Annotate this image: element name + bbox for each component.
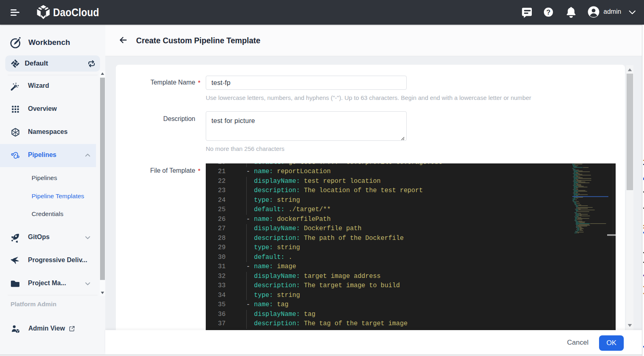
svg-text:?: ? [546, 8, 550, 16]
